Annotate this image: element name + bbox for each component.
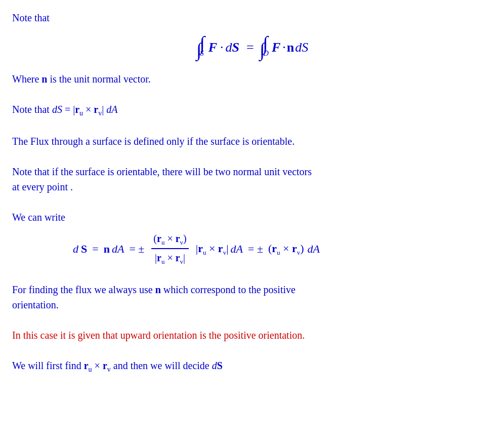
dS-right: dS [295, 37, 308, 57]
ds-formula-block: dS = ndA = ± (ru × rv) |ru × rv| |ru × r… [73, 231, 492, 267]
cross-product-2: (ru × rv) [268, 240, 304, 258]
paragraph-6: We can write dS = ndA = ± (ru × rv) |ru … [12, 210, 492, 267]
n-bold: n [287, 37, 294, 57]
ds-formula-text: Note that dS = |ru × rv| dA [12, 104, 117, 115]
n-bold-2: n [104, 240, 110, 257]
eq-pm-1: = ± [129, 240, 144, 257]
where-text: Where n is the unit normal vector. [12, 73, 151, 85]
paragraph-7: For finding the flux we always use n whi… [12, 282, 492, 312]
eq2: = ± [248, 240, 263, 257]
orientation-text: orientation. [12, 299, 59, 310]
dA-1: dA [112, 240, 124, 257]
unit-normal-text: is the unit normal vector. [47, 73, 150, 85]
two-normals-text: Note that if the surface is orientable, … [12, 166, 312, 177]
F-bold-right: F [272, 37, 280, 57]
equals-sign: = [246, 37, 254, 57]
double-integral-left: ∫ ∫ S [196, 33, 205, 59]
paragraph-4: The Flux through a surface is defined on… [12, 134, 492, 149]
paragraph-8: In this case it is given that upward ori… [12, 328, 492, 343]
dA-2: dA [231, 240, 243, 257]
paragraph-3: Note that dS = |ru × rv| dA [12, 102, 492, 118]
main-formula: ∫ ∫ S F · dS = ∫ ∫ D F [12, 33, 492, 59]
dS-italic: dS [225, 37, 239, 57]
n-bold-inline: n [41, 73, 47, 85]
red-orientation-text: In this case it is given that upward ori… [12, 330, 305, 341]
flux-orientable-text: The Flux through a surface is defined on… [12, 136, 295, 147]
subscript-D: D [263, 48, 269, 59]
dot-left: · [220, 37, 224, 57]
double-integral-right: ∫ ∫ D [259, 33, 269, 59]
abs-block: |ru × rv| [196, 240, 229, 258]
at-every-point-text: at every point . [12, 181, 73, 192]
paragraph-2: Where n is the unit normal vector. [12, 71, 492, 87]
dA-3: dA [308, 240, 320, 257]
S-bold: S [81, 240, 87, 257]
main-content: Note that ∫ ∫ S F · dS = ∫ [12, 10, 492, 375]
flux-n-text: For finding the flux we always use n whi… [12, 284, 296, 295]
subscript-S: S [200, 48, 204, 59]
note-that-text: Note that [12, 12, 50, 23]
we-can-write-text: We can write [12, 212, 65, 223]
fraction-block: (ru × rv) |ru × rv| [151, 231, 188, 267]
frac-numerator: (ru × rv) [151, 231, 188, 250]
paragraph-9: We will first find ru × rv and then we w… [12, 358, 492, 375]
where-label: Where [12, 73, 41, 85]
paragraph-1: Note that ∫ ∫ S F · dS = ∫ [12, 10, 492, 59]
find-cross-product-text: We will first find ru × rv and then we w… [12, 360, 223, 371]
F-bold-left: F [208, 37, 217, 57]
dot-right: · [282, 37, 286, 57]
d-italic: d [73, 240, 78, 257]
eq1: = [92, 240, 98, 257]
paragraph-5: Note that if the surface is orientable, … [12, 164, 492, 194]
frac-denominator: |ru × rv| [153, 249, 187, 267]
